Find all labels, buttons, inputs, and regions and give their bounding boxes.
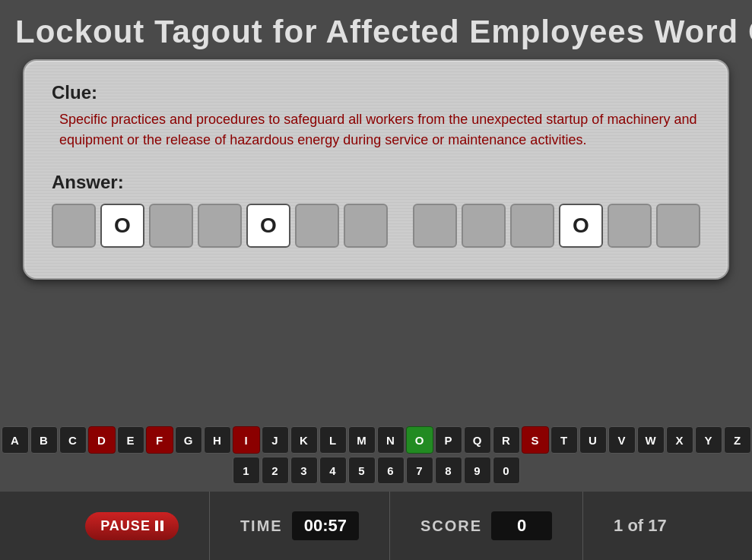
key-w[interactable]: W — [637, 426, 665, 454]
word2-group: O — [413, 204, 700, 248]
key-g[interactable]: G — [175, 426, 202, 454]
key-num-3[interactable]: 3 — [290, 457, 318, 484]
clue-text: Specific practices and procedures to saf… — [59, 109, 700, 150]
key-l[interactable]: L — [319, 426, 347, 454]
key-num-4[interactable]: 4 — [319, 457, 347, 484]
key-b[interactable]: B — [30, 426, 58, 454]
score-section: SCORE 0 — [390, 492, 583, 560]
progress-text: 1 of 17 — [614, 516, 667, 536]
key-i[interactable]: I — [233, 426, 260, 454]
key-o[interactable]: O — [406, 426, 433, 454]
letter-box — [295, 204, 339, 248]
key-m[interactable]: M — [348, 426, 376, 454]
key-e[interactable]: E — [117, 426, 144, 454]
key-num-5[interactable]: 5 — [348, 457, 376, 484]
key-v[interactable]: V — [608, 426, 636, 454]
key-j[interactable]: J — [262, 426, 289, 454]
key-p[interactable]: P — [435, 426, 462, 454]
letter-box — [510, 204, 554, 248]
key-a[interactable]: A — [2, 426, 29, 454]
key-x[interactable]: X — [666, 426, 693, 454]
letter-box — [52, 204, 96, 248]
key-d[interactable]: D — [88, 426, 116, 454]
key-k[interactable]: K — [290, 426, 318, 454]
game-card: Clue: Specific practices and procedures … — [23, 59, 729, 280]
letter-box: O — [559, 204, 603, 248]
key-n[interactable]: N — [377, 426, 405, 454]
word1-group: O O — [52, 204, 388, 248]
key-r[interactable]: R — [493, 426, 520, 454]
pause-label: PAUSE — [100, 518, 151, 534]
answer-row: O O O — [52, 204, 700, 248]
keyboard-area: ABCDEFGHIJKLMNOPQRSTUVWXYZ 1234567890 — [2, 426, 751, 484]
key-u[interactable]: U — [579, 426, 607, 454]
progress-section: 1 of 17 — [583, 492, 697, 560]
key-num-6[interactable]: 6 — [377, 457, 405, 484]
key-num-8[interactable]: 8 — [435, 457, 462, 484]
key-f[interactable]: F — [146, 426, 173, 454]
pause-button[interactable]: PAUSE — [85, 512, 179, 540]
letter-row: ABCDEFGHIJKLMNOPQRSTUVWXYZ — [2, 426, 751, 454]
key-c[interactable]: C — [59, 426, 87, 454]
letter-box — [198, 204, 242, 248]
time-section: TIME 00:57 — [210, 492, 390, 560]
letter-box — [149, 204, 193, 248]
key-num-0[interactable]: 0 — [493, 457, 520, 484]
key-num-2[interactable]: 2 — [262, 457, 289, 484]
key-z[interactable]: Z — [724, 426, 751, 454]
letter-box — [413, 204, 457, 248]
letter-box — [344, 204, 388, 248]
page-title: Lockout Tagout for Affected Employees Wo… — [0, 0, 752, 59]
letter-box — [656, 204, 700, 248]
letter-box: O — [246, 204, 290, 248]
key-y[interactable]: Y — [695, 426, 722, 454]
time-value: 00:57 — [292, 511, 359, 540]
letter-box: O — [100, 204, 144, 248]
score-value: 0 — [491, 511, 552, 540]
key-t[interactable]: T — [551, 426, 578, 454]
time-label: TIME — [240, 517, 283, 535]
key-h[interactable]: H — [204, 426, 231, 454]
key-num-1[interactable]: 1 — [233, 457, 260, 484]
score-label: SCORE — [420, 517, 482, 535]
key-num-7[interactable]: 7 — [406, 457, 433, 484]
key-s[interactable]: S — [522, 426, 549, 454]
clue-label: Clue: — [52, 82, 700, 103]
letter-box — [608, 204, 652, 248]
pause-icon — [155, 520, 163, 531]
answer-label: Answer: — [52, 172, 700, 193]
number-row: 1234567890 — [233, 457, 520, 484]
key-q[interactable]: Q — [464, 426, 491, 454]
pause-section: PAUSE — [55, 492, 210, 560]
letter-box — [462, 204, 506, 248]
key-num-9[interactable]: 9 — [464, 457, 491, 484]
bottom-bar: PAUSE TIME 00:57 SCORE 0 1 of 17 — [0, 492, 752, 560]
